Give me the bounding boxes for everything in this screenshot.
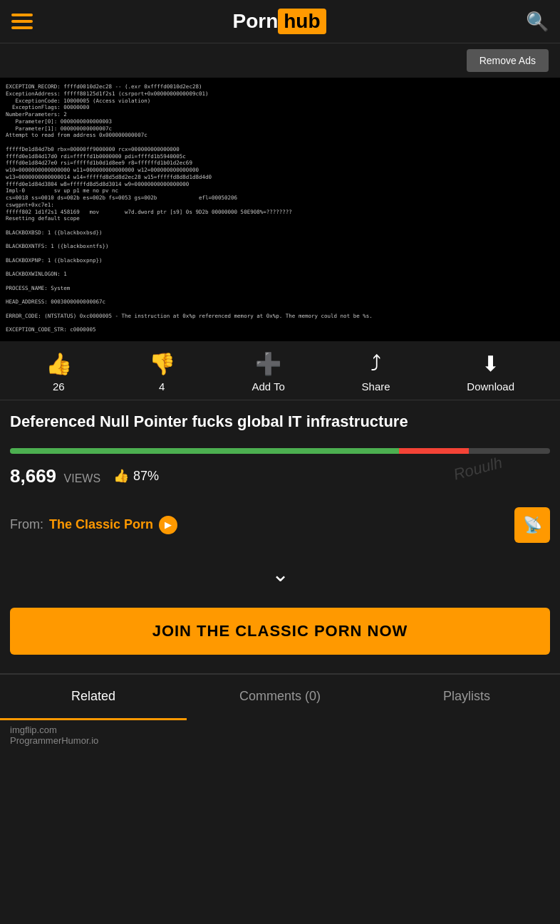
join-section: JOIN THE CLASSIC PORN NOW [0,601,560,666]
rss-subscribe-button[interactable]: 📡 [514,507,550,543]
expand-section: ⌄ [0,550,560,601]
negative-rating-bar [399,448,470,454]
bottom-tab-bar: Related Comments (0) Playlists [0,673,560,720]
stats-row: 8,669 VIEWS 👍 87% [10,462,550,493]
like-count: 26 [53,380,65,393]
join-button[interactable]: JOIN THE CLASSIC PORN NOW [10,608,550,655]
rating-thumb-icon: 👍 [113,468,129,484]
positive-rating-bar [10,448,399,454]
dislike-button[interactable]: 👎 4 [149,351,175,393]
view-count: 8,669 [10,465,56,487]
logo-text-hub: hub [278,9,326,34]
site-credit: ProgrammerHumor.io [10,735,98,746]
rss-icon: 📡 [523,516,542,534]
views-label: VIEWS [64,472,101,484]
tab-related[interactable]: Related [0,675,187,720]
thumbs-up-icon: 👍 [46,351,72,376]
remove-ads-bar: Remove Ads [0,43,560,78]
share-label: Share [362,380,390,393]
tab-playlists[interactable]: Playlists [373,675,560,720]
add-to-button[interactable]: ➕ Add To [252,351,284,393]
chevron-down-icon[interactable]: ⌄ [271,561,289,586]
views-area: 8,669 VIEWS [10,465,100,487]
channel-info: From: The Classic Porn ▶ [10,516,177,534]
rating-area: 👍 87% [113,468,159,484]
error-content: EXCEPTION_RECORD: ffffd0010d2ec28 -- (.e… [6,83,554,341]
tab-comments[interactable]: Comments (0) [187,675,373,720]
imgflip-credit: imgflip.com [10,725,57,735]
logo-text-porn: Porn [232,10,278,33]
hamburger-menu[interactable] [11,14,33,29]
download-button[interactable]: ⬇ Download [467,351,514,393]
channel-name[interactable]: The Classic Porn [49,517,153,532]
action-bar: 👍 26 👎 4 ➕ Add To ⤴ Share ⬇ Download [0,341,560,400]
share-icon: ⤴ [370,352,381,376]
channel-icon: ▶ [159,516,177,534]
rating-percentage: 87% [133,469,159,484]
download-icon: ⬇ [482,351,499,376]
app-header: Pornhub 🔍 [0,0,560,43]
like-button[interactable]: 👍 26 [46,351,72,393]
remove-ads-button[interactable]: Remove Ads [467,49,549,72]
download-label: Download [467,380,514,393]
footer-watermark: imgflip.com ProgrammerHumor.io [0,720,560,752]
rating-bar [10,448,550,454]
progress-section: 8,669 VIEWS 👍 87% Rouulh [0,441,560,497]
video-title: Deferenced Null Pointer fucks global IT … [0,400,560,441]
video-player[interactable]: EXCEPTION_RECORD: ffffd0010d2ec28 -- (.e… [0,78,560,341]
share-button[interactable]: ⤴ Share [362,352,390,393]
site-logo: Pornhub [232,9,326,34]
dislike-count: 4 [159,380,165,393]
channel-section: From: The Classic Porn ▶ 📡 [0,497,560,550]
from-label: From: [10,517,43,532]
plus-icon: ➕ [255,351,281,376]
add-to-label: Add To [252,380,284,393]
search-icon[interactable]: 🔍 [526,11,549,33]
thumbs-down-icon: 👎 [149,351,175,376]
